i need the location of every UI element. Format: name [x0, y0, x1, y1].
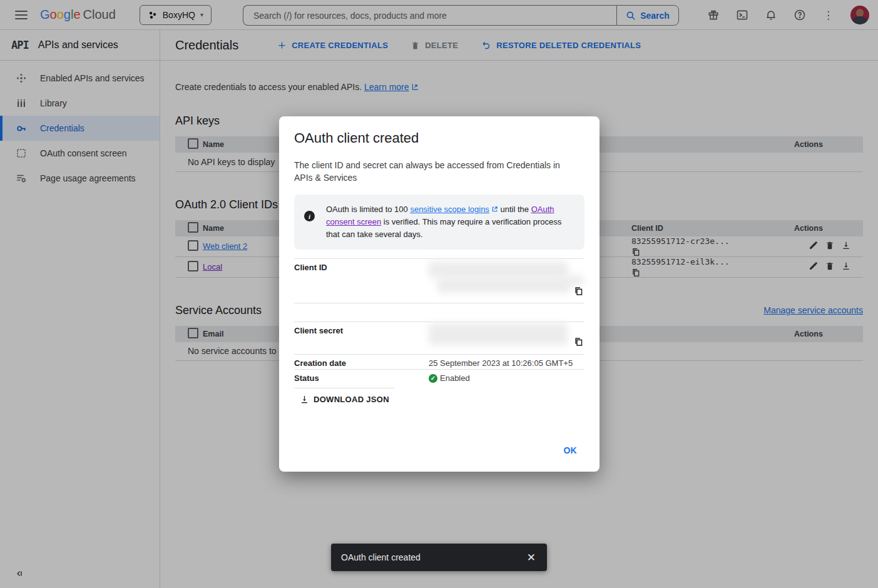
- status-label: Status: [294, 370, 429, 384]
- field-spacer-row: [294, 303, 584, 322]
- client-id-row: Client ID: [294, 258, 584, 303]
- client-secret-label: Client secret: [294, 322, 429, 354]
- ok-button[interactable]: OK: [557, 442, 583, 459]
- verification-notice: i OAuth is limited to 100 sensitive scop…: [294, 195, 584, 250]
- sensitive-scope-logins-link[interactable]: sensitive scope logins: [410, 205, 489, 214]
- download-icon: [300, 395, 309, 404]
- dialog-fields: Client ID Client secret Creation date 25…: [294, 258, 584, 404]
- client-secret-value-redacted: [429, 322, 584, 354]
- status-badge: ✓ Enabled: [429, 373, 584, 383]
- external-link-icon: [491, 206, 498, 213]
- info-icon: i: [304, 211, 315, 221]
- client-secret-row: Client secret: [294, 322, 584, 354]
- notice-text: OAuth is limited to 100 sensitive scope …: [326, 203, 574, 241]
- status-text: Enabled: [440, 373, 470, 383]
- status-row: Status ✓ Enabled: [294, 369, 584, 384]
- client-id-label: Client ID: [294, 259, 429, 303]
- download-json-button[interactable]: DOWNLOAD JSON: [294, 388, 394, 404]
- close-icon[interactable]: ✕: [524, 549, 538, 567]
- oauth-client-created-dialog: OAuth client created The client ID and s…: [279, 116, 600, 472]
- creation-date-label: Creation date: [294, 355, 429, 369]
- dialog-subtitle: The client ID and secret can always be a…: [294, 159, 569, 184]
- creation-date-value: 25 September 2023 at 10:26:05 GMT+5: [429, 355, 584, 369]
- snackbar-toast: OAuth client created ✕: [331, 544, 547, 571]
- toast-message: OAuth client created: [341, 552, 524, 562]
- check-circle-icon: ✓: [429, 374, 437, 383]
- copy-client-secret-icon[interactable]: [574, 337, 583, 347]
- client-id-value-redacted: [429, 259, 584, 303]
- creation-date-row: Creation date 25 September 2023 at 10:26…: [294, 354, 584, 369]
- dialog-title: OAuth client created: [294, 130, 584, 146]
- copy-client-id-icon[interactable]: [574, 286, 583, 296]
